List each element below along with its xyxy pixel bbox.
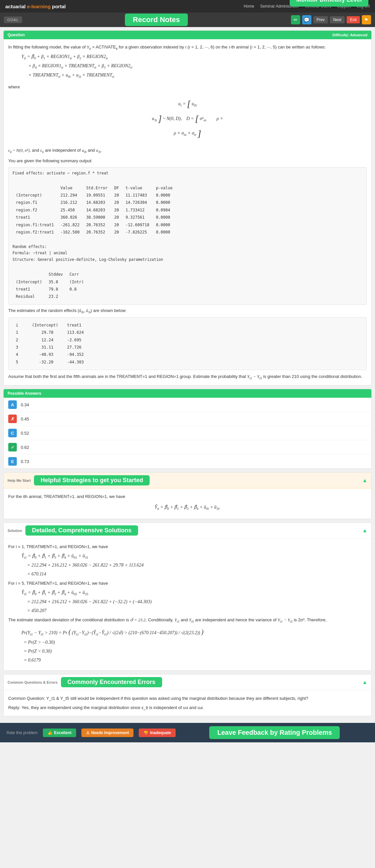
common-errors-label: Common Questions & Errors bbox=[8, 680, 58, 684]
table-row: (Intercept)212.29419.095512011.1174830.0… bbox=[12, 192, 176, 199]
fixed-effects-table: ValueStd.ErrorDFt-valuep-value (Intercep… bbox=[12, 184, 176, 236]
table-row: 4 -40.93 -94.352 bbox=[12, 351, 87, 358]
toolbar-title: Record Notes bbox=[125, 13, 188, 26]
random-effects-header: Random effects: bbox=[12, 244, 363, 250]
answer-row-e[interactable]: E 0.73 bbox=[4, 455, 371, 469]
summary-text: You are given the following summary outp… bbox=[8, 158, 367, 164]
difficulty-label: Difficulty: Advanced bbox=[333, 33, 367, 37]
model-equation: Yti = β̂0 + β1 × REGION1ti + β2 × REGION… bbox=[8, 51, 367, 81]
common-errors-body: Common Question: Y_t1 & Y_t5 still would… bbox=[4, 690, 371, 716]
answer-row-b[interactable]: ✗ 0.45 bbox=[4, 412, 371, 426]
solution-i5-text: For i = 5, TREATMENT=1, and REGION=1, we… bbox=[8, 580, 367, 587]
solution-i1-eq: Ŷt1 = β̂0 + β̂1 + β̂3 + β̂4 + û01 + û31 … bbox=[8, 550, 367, 580]
inadequate-label: Inadequate bbox=[150, 731, 171, 735]
random-formula: Formula: ~treat | animal bbox=[12, 250, 363, 256]
feedback-bar: Rate this problem 👍 Excellent ⚠ Needs Im… bbox=[0, 723, 375, 742]
answer-value-a: 0.34 bbox=[21, 402, 29, 407]
answer-row-a[interactable]: A 0.34 bbox=[4, 398, 371, 412]
common-errors-header[interactable]: Common Questions & Errors Commonly Encou… bbox=[4, 674, 371, 690]
help-start-chevron: ▲ bbox=[362, 477, 367, 484]
table-row: Residual23.2 bbox=[12, 293, 87, 300]
help-start-label: Help Me Start bbox=[8, 478, 31, 483]
table-row: 1 29.78 113.624 bbox=[12, 329, 87, 336]
answers-header: Possible Answers bbox=[4, 389, 371, 398]
question-body: In fitting the following model, the valu… bbox=[4, 39, 371, 385]
random-effects-table: StddevCorr (Intercept)35.8(Intr) treat17… bbox=[12, 271, 87, 301]
common-errors-chevron: ▲ bbox=[362, 679, 367, 685]
feedback-title: Leave Feedback by Rating Problems bbox=[209, 726, 340, 739]
pencil-icon[interactable]: ✏ bbox=[291, 15, 300, 24]
answer-row-c[interactable]: C 0.52 bbox=[4, 426, 371, 440]
exit-button[interactable]: Exit bbox=[347, 16, 360, 23]
common-question: Common Question: Y_t1 & Y_t5 still would… bbox=[8, 695, 367, 702]
toolbar-icons: ✏ 💬 Prev Next Exit ⚑ bbox=[291, 15, 371, 24]
help-start-body: For the ith animal, TREATMENT=1, and REG… bbox=[4, 488, 371, 519]
answer-letter-a: A bbox=[8, 400, 17, 409]
estimates-table: i (Intercept) treat1 1 29.78 113.624 2 1… bbox=[12, 321, 87, 366]
question-header: Question Difficulty: Advanced bbox=[4, 31, 371, 39]
inadequate-icon: 👎 bbox=[143, 731, 148, 735]
answer-value-b: 0.45 bbox=[21, 416, 29, 422]
chat-icon[interactable]: 💬 bbox=[302, 15, 311, 24]
excellent-button[interactable]: 👍 Excellent bbox=[43, 728, 76, 737]
help-start-text: For the ith animal, TREATMENT=1, and REG… bbox=[8, 493, 367, 500]
answer-value-e: 0.73 bbox=[21, 459, 29, 464]
help-start-header[interactable]: Help Me Start Helpful Strategies to get … bbox=[4, 473, 371, 488]
fixed-effects-header: Fixed effects: activate ~ region.f * tre… bbox=[12, 170, 363, 177]
question-label: Question bbox=[8, 33, 25, 37]
monitor-difficulty-callout: Monitor Difficulty Level bbox=[289, 0, 368, 7]
help-start-card: Help Me Start Helpful Strategies to get … bbox=[3, 472, 372, 519]
help-start-title: Helpful Strategies to get you Started bbox=[34, 475, 149, 486]
needs-icon: ⚠ bbox=[86, 731, 90, 735]
solution-title: Detailed, Comprehensive Solutions bbox=[25, 525, 138, 535]
main-content: Question Difficulty: Advanced In fitting… bbox=[0, 27, 375, 723]
matrix-equation: ui = [ u0iu3i ] ~ N(0, D), D = [ σ²in ρ … bbox=[8, 94, 367, 144]
solution-i5-eq: Ŷt5 = β̂0 + β̂1 + β̂3 + β̂4 + û05 + û35 … bbox=[8, 587, 367, 616]
fixed-effects-block: Fixed effects: activate ~ region.f * tre… bbox=[8, 167, 367, 305]
table-row: region.f1216.21214.682032014.7263040.000… bbox=[12, 199, 176, 206]
next-button[interactable]: Next bbox=[330, 16, 345, 23]
solution-label: Solution bbox=[8, 529, 22, 533]
flag-icon[interactable]: ⚑ bbox=[362, 15, 371, 24]
table-row: treat179.80.8 bbox=[12, 286, 87, 293]
nav-home[interactable]: Home bbox=[243, 4, 254, 8]
answers-card: Possible Answers A 0.34 ✗ 0.45 C 0.52 ✓ … bbox=[3, 389, 372, 469]
solution-std-text: The estimate standard deviation of the c… bbox=[8, 616, 367, 624]
brand: actuarial e-learning portal bbox=[5, 4, 66, 9]
epsilon-text: εti ~ N(0, σ²), and εti are independent … bbox=[8, 147, 367, 154]
answer-row-d[interactable]: ✓ 0.62 bbox=[4, 440, 371, 455]
table-row: 2 12.24 -2.695 bbox=[12, 336, 87, 344]
feedback-label: Rate this problem bbox=[7, 731, 38, 735]
inadequate-button[interactable]: 👎 Inadequate bbox=[139, 728, 175, 737]
random-structure: Structure: General positive-definite, Lo… bbox=[12, 256, 363, 263]
answer-letter-d: ✓ bbox=[8, 443, 17, 452]
solution-i1-text: For i = 1, TREATMENT=1, and REGION=1, we… bbox=[8, 543, 367, 550]
excellent-icon: 👍 bbox=[47, 731, 53, 735]
table-row: region.f225.45014.68203201.7334120.0984 bbox=[12, 207, 176, 214]
solution-prob-eq: Pr(Yt1 − Yt5 > 210) = Pr ( (Yt1−Yt5)−(Ŷt… bbox=[8, 624, 367, 666]
prev-button[interactable]: Prev bbox=[313, 16, 328, 23]
needs-label: Needs Improvement bbox=[91, 731, 129, 735]
solution-header[interactable]: Solution Detailed, Comprehensive Solutio… bbox=[4, 523, 371, 538]
needs-improvement-button[interactable]: ⚠ Needs Improvement bbox=[81, 728, 134, 737]
question-intro: In fitting the following model, the valu… bbox=[8, 44, 367, 51]
where-text: where bbox=[8, 84, 367, 91]
table-row: (Intercept)35.8(Intr) bbox=[12, 278, 87, 286]
table-row: region.f2:treat1-162.50020.7635220-7.826… bbox=[12, 228, 176, 236]
table-row: 3 31.11 27.726 bbox=[12, 344, 87, 351]
toolbar: GOAL Record Notes ✏ 💬 Prev Next Exit ⚑ bbox=[0, 12, 375, 27]
excellent-label: Excellent bbox=[54, 731, 71, 735]
table-row: treat1360.02638.59000209.3275610.0000 bbox=[12, 214, 176, 221]
table-row: 5 -32.20 -44.303 bbox=[12, 359, 87, 366]
help-start-formula: Ŷti = β̂0 + β̂1 + β̂3 + β̂4 + û0i + û3i. bbox=[8, 501, 367, 515]
question-text: Assume that both the first and the fifth… bbox=[8, 373, 367, 380]
common-errors-title: Commonly Encountered Errors bbox=[61, 677, 162, 687]
table-row: region.f1:treat1-261.82220.7635220-12.60… bbox=[12, 221, 176, 228]
answer-value-d: 0.62 bbox=[21, 445, 29, 450]
answer-letter-e: E bbox=[8, 457, 17, 466]
common-reply: Reply: Yes, they are independent using t… bbox=[8, 704, 367, 711]
solution-card: Solution Detailed, Comprehensive Solutio… bbox=[3, 522, 372, 671]
solution-body: For i = 1, TREATMENT=1, and REGION=1, we… bbox=[4, 538, 371, 671]
solution-chevron: ▲ bbox=[362, 528, 367, 534]
answer-value-c: 0.52 bbox=[21, 431, 29, 436]
